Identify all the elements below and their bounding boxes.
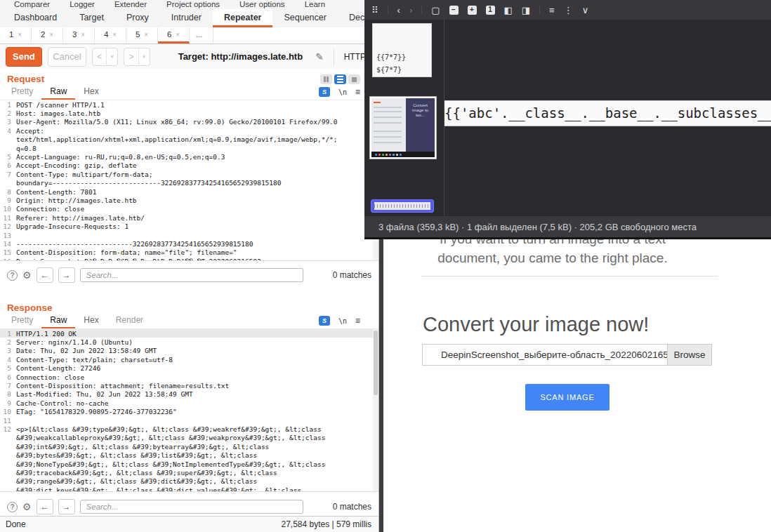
newline-toggle-icon[interactable]: \n [338,317,347,325]
line-number: 4 [0,356,16,364]
status-metrics: 27,584 bytes | 579 millis [281,519,371,529]
response-line: &#39;traceback&#39;&gt;, &lt;class &#39;… [0,468,378,477]
menu-tab[interactable]: Learn [295,0,335,9]
forward-icon[interactable]: › [409,6,412,15]
response-match-count: 0 matches [333,502,371,512]
menu-tab[interactable]: Intruder [160,9,213,27]
close-icon[interactable]: × [176,31,180,39]
editor-menu-icon[interactable]: ≡ [355,87,360,97]
send-button[interactable]: Send [6,47,42,67]
back-arrow-icon[interactable]: < [93,48,106,65]
menu-tab[interactable]: Repeater [213,9,273,27]
request-line: 15Content-Disposition: form-data; name="… [0,248,378,257]
repeater-tab[interactable]: 2× [32,27,63,44]
response-scrollbar[interactable] [373,329,378,491]
request-line: 9Origin: http://images.late.htb [0,196,378,204]
syntax-highlight-icon[interactable]: S [319,87,330,97]
help-icon[interactable]: ? [7,270,18,281]
menu-tab[interactable]: Target [68,9,115,27]
next-request-button[interactable]: > ▼ [124,48,150,66]
editor-tab[interactable]: Raw [41,84,75,100]
ssti-payloads-file-thumbnail[interactable]: {{7*7}}${7*7}<%= 7*7 %>${{7*7}} [372,23,432,77]
response-editor[interactable]: 1HTTP/1.1 200 OK 2Server: nginx/1.14.0 (… [0,328,378,492]
file-input-value[interactable]: DeepinScreenshot_выберите-область_202206… [422,344,667,366]
screenshot-file-thumbnail[interactable]: Convertimage totex... [369,96,437,159]
cancel-button[interactable]: Cancel [48,47,86,67]
syntax-highlight-icon[interactable]: S [319,316,330,326]
menu-tab[interactable]: Extender [105,0,157,9]
response-line: &#39;int&#39;&gt;, &lt;class &#39;bytear… [0,442,378,451]
menu-tab[interactable]: Proxy [115,9,160,27]
zoom-fit-icon[interactable]: ▢ [421,6,440,15]
repeater-tab[interactable]: 6× [158,27,190,44]
newline-toggle-icon[interactable]: \n [338,88,347,96]
response-line: &#39;NoneType&#39;&gt;, &lt;class &#39;N… [0,460,378,468]
repeater-tab[interactable]: ... [190,27,213,44]
rows-layout-button[interactable] [334,74,346,84]
search-prev-button[interactable]: ← [37,499,53,514]
edit-target-icon[interactable]: ✎ [315,51,324,62]
menu-tab[interactable]: Dashboard [3,9,68,27]
zoom-original-icon[interactable]: 1 [486,6,495,15]
selected-payload-image-thumbnail[interactable] [371,199,434,213]
request-line: boundary=---------------------------3226… [0,179,378,187]
prev-request-button[interactable]: < ▼ [92,48,118,66]
gear-icon[interactable]: ⚙ [22,502,32,512]
close-icon[interactable]: × [144,31,148,39]
taskbar-dot [382,154,384,156]
taskbar-dot [393,154,395,156]
repeater-tab[interactable]: 1× [0,27,32,44]
menu-tab[interactable]: Logger [60,0,105,9]
zoom-in-icon[interactable]: + [468,6,477,15]
more-options-icon[interactable]: ⋮ [564,6,573,15]
file-upload-input[interactable]: DeepinScreenshot_выберите-область_202206… [422,344,712,366]
close-icon[interactable]: × [49,31,53,39]
editor-tab[interactable]: Hex [75,313,107,328]
gear-icon[interactable]: ⚙ [22,270,32,280]
repeater-tab[interactable]: 3× [63,27,95,44]
menu-tab[interactable]: Project options [157,0,230,9]
payload-image-preview[interactable]: {{'abc'.__class__.__base__.__subclasses_… [444,100,771,126]
line-number: 16 [0,258,16,261]
search-next-button[interactable]: → [58,267,75,283]
response-search-input[interactable] [80,500,303,514]
menu-tab[interactable]: Comparer [4,0,60,9]
repeater-tab[interactable]: 4× [95,27,126,44]
search-prev-button[interactable]: ← [37,267,53,283]
zoom-out-icon[interactable]: − [449,6,459,15]
forward-arrow-icon[interactable]: > [124,48,138,65]
editor-tab[interactable]: Hex [75,84,107,100]
line-number: 11 [0,417,16,425]
scan-image-button[interactable]: SCAN IMAGE [525,384,609,411]
editor-icons: S \n ≡ [319,87,360,97]
browse-button[interactable]: Browse [667,344,712,366]
close-icon[interactable]: × [18,31,22,39]
back-icon[interactable]: ‹ [388,6,400,15]
editor-tab[interactable]: Pretty [3,313,41,328]
fit-width-icon[interactable]: ◧ [504,6,513,15]
dropdown-caret-icon[interactable]: ▼ [138,48,150,65]
close-icon[interactable]: × [81,31,85,39]
request-search-bar: ? ⚙ ← → 0 matches [0,265,378,286]
editor-menu-icon[interactable]: ≡ [355,316,360,326]
request-search-input[interactable] [80,268,303,282]
editor-tab[interactable]: Raw [41,313,75,328]
help-icon[interactable]: ? [7,502,18,512]
editor-tab[interactable]: Pretty [3,84,41,100]
thumbnails-grid-icon[interactable]: ⠿ [371,6,378,15]
editor-tab[interactable]: Render [107,313,152,328]
menu-tab[interactable]: User options [230,0,295,9]
menu-tab[interactable]: Sequencer [272,9,337,27]
file-count-status: 3 файла (359,3 kB) · 1 файл выделен (7,5… [378,222,697,232]
close-icon[interactable]: × [112,31,117,39]
search-next-button[interactable]: → [58,499,75,514]
fit-height-icon[interactable]: ◨ [522,6,530,15]
dropdown-caret-icon[interactable]: ▼ [106,48,117,65]
columns-layout-button[interactable] [320,74,332,84]
chevron-down-icon[interactable]: ∨ [582,6,589,15]
single-layout-button[interactable] [348,74,360,84]
list-view-icon[interactable]: ≡ [539,6,555,15]
request-line: 1POST /scanner HTTP/1.1 [0,100,378,109]
request-editor[interactable]: 1POST /scanner HTTP/1.1 2Host: images.la… [0,100,378,261]
repeater-tab[interactable]: 5× [126,27,158,44]
